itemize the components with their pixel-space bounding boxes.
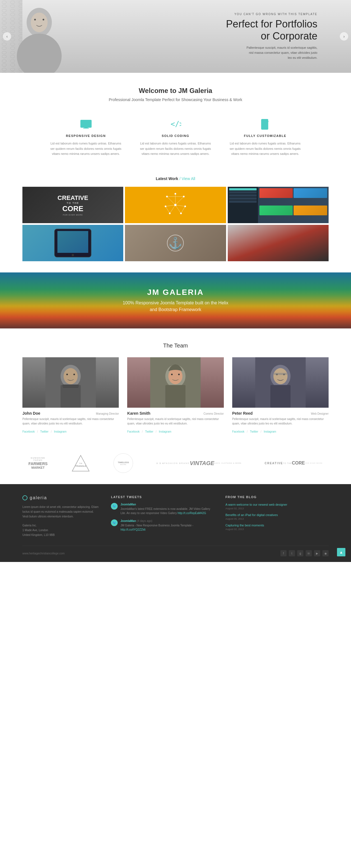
app-sidebar [228, 187, 258, 223]
john-twitter-link[interactable]: Twitter [40, 430, 49, 433]
address-line2: 1 Made Ave, London [22, 529, 48, 532]
social-google-icon[interactable]: g [297, 550, 303, 556]
feature-custom-desc: Lid est laborum dolo rumes fugats untras… [229, 141, 302, 157]
link-separator: / [261, 430, 261, 433]
sidebar-item [229, 200, 257, 203]
footer-tweets-col: LATEST TWEETS 🐦 JoomlaMan JoomlaMan's la… [111, 495, 214, 537]
client-creative-core: CREATIVE TO THE CORE FOR EVER MORE [265, 461, 323, 466]
karen-instagram-link[interactable]: Instagram [159, 430, 171, 433]
team-grid: John Doe Managing Director Pellentesque … [22, 357, 329, 434]
tweet-link-2[interactable]: http://t.co/tYQ2ZZklt [120, 528, 145, 531]
blog-post-1-link[interactable]: A warm welcome to our newest web designe… [226, 503, 329, 506]
portfolio-section: Latest Work / View All CREATIVE TO THE C… [0, 170, 351, 273]
triangle-svg: THE TRIANGLE [71, 454, 90, 472]
svg-point-7 [42, 19, 44, 21]
hero-prev-button[interactable]: ‹ [3, 32, 11, 40]
peter-twitter-link[interactable]: Twitter [250, 430, 258, 433]
tweets-title: LATEST TWEETS [111, 495, 214, 499]
tweet-link-1[interactable]: http://t.co/RepEaM42G [178, 512, 206, 515]
svg-point-30 [183, 196, 185, 197]
portfolio-item-2[interactable] [125, 187, 226, 223]
monitor-icon [79, 119, 93, 130]
farmers-farm: FARMERS [28, 461, 47, 466]
to-the-label: TO THE [57, 202, 88, 205]
vintage-usa: U S A [156, 462, 164, 464]
farmers-sunshine: Sunshine [28, 457, 47, 459]
feature-solid-coding: </> SOLID CODING Lid est laborum dolo ru… [139, 119, 212, 157]
team-member-desc-karen: Pellentesque suscipit, mauris id sceleri… [127, 417, 224, 426]
parallax-subtitle: 100% Responsive Joomla Template built on… [123, 300, 228, 313]
twitter-bird-icon: 🐦 [111, 503, 118, 509]
portfolio-item-4[interactable] [22, 225, 123, 261]
svg-line-26 [166, 206, 170, 213]
blog-post-2-date: August 05, 2013 [226, 518, 329, 520]
svg-line-19 [175, 196, 184, 205]
svg-rect-59 [274, 373, 287, 375]
john-instagram-link[interactable]: Instagram [54, 430, 66, 433]
sidebar-item-active [229, 188, 257, 190]
svg-rect-13 [261, 119, 268, 129]
feature-custom-title: FULLY CUSTOMIZABLE [229, 134, 302, 137]
svg-rect-53 [165, 385, 185, 408]
link-separator: / [142, 430, 143, 433]
karen-twitter-link[interactable]: Twitter [145, 430, 153, 433]
creative-core-creative: CREATIVE [265, 462, 283, 465]
team-member-role-john: Managing Director [96, 412, 119, 415]
svg-point-34 [180, 213, 182, 214]
app-card [259, 206, 293, 215]
footer-bottom: www.hertiagechristiancollege.com f t g i… [22, 546, 329, 556]
svg-line-20 [166, 205, 175, 206]
john-facebook-link[interactable]: Facebook [22, 430, 35, 433]
social-rss-icon[interactable]: ◉ [322, 550, 329, 556]
karen-facebook-link[interactable]: Facebook [127, 430, 140, 433]
back-to-top-button[interactable]: ▲ [337, 548, 345, 556]
app-card [259, 188, 293, 198]
team-title: The Team [22, 342, 329, 349]
blog-title: FROM THE BLOG [226, 495, 329, 499]
portfolio-item-3[interactable] [228, 187, 329, 223]
tweet-content-1: JoomlaMan JoomlaMan's latest FREE extens… [120, 503, 214, 515]
svg-rect-45 [60, 385, 81, 408]
portfolio-view-all[interactable]: / View All [179, 177, 195, 181]
timeless-title: TIMELESS [118, 461, 129, 464]
address-line3: United Kingdom, L10 9BB [22, 533, 55, 536]
sidebar-item [229, 191, 257, 193]
portfolio-item-1[interactable]: CREATIVE TO THE CORE FOR EVER MORE [22, 187, 123, 223]
team-member-peter: Peter Reed Web Designer Pellentesque sus… [232, 357, 329, 434]
team-member-name-karen: Karen Smith [127, 411, 150, 415]
network-visualization [162, 191, 189, 219]
app-main [258, 187, 329, 223]
parallax-title: JM GALERIA [147, 288, 204, 297]
svg-point-35 [175, 193, 176, 195]
tweet-text-2: JM Galeria - New Responsive Business Joo… [120, 523, 214, 532]
link-separator: / [156, 430, 156, 433]
farmers-label: FARMS [28, 459, 47, 461]
hero-tagline: YOU CAN'T GO WRONG WITH THIS TEMPLATE [226, 12, 317, 16]
blog-post-3-link[interactable]: Capturing the best moments [226, 524, 329, 527]
blog-post-3-date: August 02, 2013 [226, 528, 329, 531]
blog-post-1: A warm welcome to our newest web designe… [226, 503, 329, 510]
svg-text:THE: THE [79, 462, 82, 464]
peter-facebook-link[interactable]: Facebook [232, 430, 244, 433]
portfolio-item-5[interactable]: ⚓ [125, 225, 226, 261]
app-card [294, 206, 327, 215]
svg-rect-11 [82, 121, 90, 127]
svg-point-51 [171, 374, 173, 375]
social-youtube-icon[interactable]: ▶ [314, 550, 320, 556]
peter-instagram-link[interactable]: Instagram [264, 430, 276, 433]
social-facebook-icon[interactable]: f [281, 550, 287, 556]
blog-post-2-link[interactable]: Benefits of an iPad for digital creative… [226, 513, 329, 517]
team-member-header-peter: Peter Reed Web Designer [232, 411, 329, 415]
hero-next-button[interactable]: › [340, 32, 348, 40]
portfolio-item-6[interactable] [228, 225, 329, 261]
portfolio-title: Latest Work [156, 177, 178, 181]
sidebar-item [229, 197, 257, 199]
social-linkedin-icon[interactable]: in [305, 550, 312, 556]
svg-point-32 [184, 206, 186, 207]
social-twitter-icon[interactable]: t [289, 550, 295, 556]
footer-brand-logo: galeria [22, 495, 100, 500]
parallax-section: JM GALERIA 100% Responsive Joomla Templa… [0, 273, 351, 329]
feature-coding-title: SOLID CODING [139, 134, 212, 137]
creative-core-core: CORE [292, 461, 305, 466]
svg-point-39 [72, 254, 74, 256]
